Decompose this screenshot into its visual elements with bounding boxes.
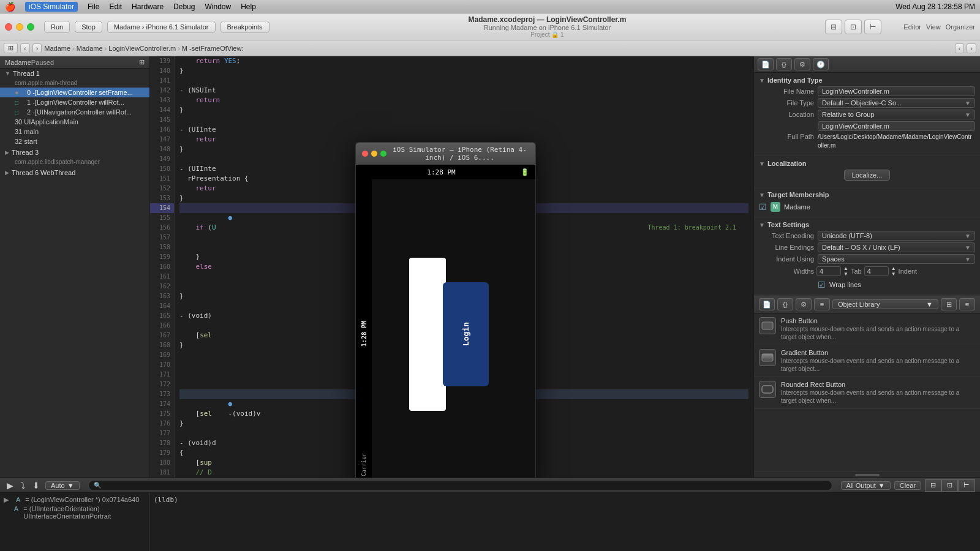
text-settings-toggle[interactable]: ▼ (759, 222, 765, 228)
menu-debug[interactable]: Debug (173, 2, 195, 11)
breakpoints-button[interactable]: Breakpoints (221, 21, 270, 33)
code-editor: 139 140 141 142 143 144 145 146 147 148 … (150, 56, 753, 478)
grid-icon[interactable]: ⊞ (4, 43, 18, 53)
sim-titlebar: iOS Simulator – iPhone (Retina 4-inch) /… (355, 142, 536, 165)
location-dropdown[interactable]: Relative to Group ▼ (818, 110, 975, 119)
identity-toggle[interactable]: ▼ (759, 77, 765, 84)
sim-carrier-label: Carrier (356, 453, 372, 476)
indent-using-arrow: ▼ (965, 256, 971, 263)
filter-icon[interactable]: ⊞ (139, 58, 145, 66)
maximize-button[interactable] (27, 23, 34, 31)
sim-minimize[interactable] (371, 151, 377, 157)
close-button[interactable] (5, 23, 12, 31)
frame-2[interactable]: □ 2 -[UINavigationController willRot... (0, 107, 149, 117)
debug-step-into[interactable]: ⬇ (31, 481, 42, 490)
login-button[interactable]: Login (443, 282, 489, 386)
line-endings-dropdown[interactable]: Default – OS X / Unix (LF) ▼ (818, 242, 975, 252)
thread-6-expand: ▶ (5, 170, 9, 176)
wrap-checkbox[interactable]: ☑ (818, 280, 826, 290)
main-thread-label: com.apple.main-thread (15, 80, 77, 86)
clear-button[interactable]: Clear (894, 481, 921, 490)
menu-edit[interactable]: Edit (109, 2, 122, 11)
debug-step-over[interactable]: ⤵ (19, 481, 27, 490)
frame-30[interactable]: 30 UIApplicationMain (0, 117, 149, 127)
nav-next-issue[interactable]: › (967, 43, 976, 53)
menu-help[interactable]: Help (241, 2, 256, 11)
localization-toggle[interactable]: ▼ (759, 160, 765, 167)
run-button[interactable]: Run (44, 21, 70, 33)
variables-panel: ▶ A = (LoginViewController *) 0x0714a640… (0, 493, 150, 551)
rounded-rect-button-info: Rounded Rect Button Intercepts mouse-dow… (781, 381, 975, 405)
nav-forward[interactable]: › (32, 43, 42, 53)
ln-153: 153 (150, 193, 174, 203)
var-expand-self[interactable]: ▶ (4, 496, 11, 504)
menu-ios-simulator[interactable]: iOS Simulator (25, 2, 78, 12)
menu-file[interactable]: File (88, 2, 99, 11)
grid-view-btn[interactable]: ⊞ (941, 298, 957, 310)
tab-width-input[interactable] (816, 266, 841, 276)
code-line-143: return (179, 96, 748, 105)
frame-com-apple-main-thread[interactable]: com.apple.main-thread (0, 78, 149, 88)
frame-label-2: 2 -[UINavigationController willRot... (27, 108, 132, 116)
menu-bar: 🍎 iOS Simulator File Edit Hardware Debug… (0, 0, 980, 13)
frame-32[interactable]: 32 start (0, 137, 149, 146)
clock: Wed Aug 28 1:28:58 PM (895, 2, 975, 11)
debug-toggle[interactable]: ⊡ (845, 20, 862, 34)
tab-down[interactable]: ▼ (843, 271, 848, 277)
code-icon[interactable]: {} (776, 58, 792, 70)
thread-3-item[interactable]: ▶ Thread 3 (0, 148, 149, 157)
console-view-btn[interactable]: ⊢ (958, 479, 975, 492)
frame-label-30: 30 UIApplicationMain (15, 118, 78, 126)
tab-steppers[interactable]: ▲ ▼ (843, 266, 848, 277)
file-type-dropdown[interactable]: Default – Objective-C So... ▼ (818, 98, 975, 108)
console-panel[interactable]: (lldb) (150, 493, 980, 551)
auto-dropdown[interactable]: Auto ▼ (45, 481, 80, 490)
all-output-dropdown[interactable]: All Output ▼ (841, 481, 891, 490)
list-view-btn[interactable]: ≡ (959, 298, 975, 310)
obj-list-icon[interactable]: ≡ (814, 298, 830, 310)
obj-file-icon[interactable]: 📄 (759, 298, 775, 310)
minimize-button[interactable] (16, 23, 23, 31)
obj-gear-icon[interactable]: ⚙ (796, 298, 812, 310)
thread-1-item[interactable]: ▼ Thread 1 (0, 69, 149, 78)
indent-down[interactable]: ▼ (891, 271, 896, 277)
thread-6-item[interactable]: ▶ Thread 6 WebThread (0, 168, 149, 178)
stop-button[interactable]: Stop (75, 21, 102, 33)
navigator-toggle[interactable]: ⊟ (825, 20, 842, 34)
menu-window[interactable]: Window (205, 2, 231, 11)
single-view-btn[interactable]: ⊟ (925, 479, 941, 492)
frame-1[interactable]: □ 1 -[LoginViewController willRot... (0, 97, 149, 107)
ln-146: 146 (150, 125, 174, 135)
filter-search-box[interactable]: 🔍 (88, 480, 832, 491)
indent-using-dropdown[interactable]: Spaces ▼ (818, 254, 975, 264)
nav-prev-issue[interactable]: ‹ (955, 43, 965, 53)
history-icon[interactable]: 🕐 (813, 58, 829, 70)
split-view-btn[interactable]: ⊡ (941, 479, 958, 492)
apple-menu[interactable]: 🍎 (5, 2, 15, 12)
menu-hardware[interactable]: Hardware (132, 2, 164, 11)
target-checkbox[interactable]: ☑ (759, 202, 767, 212)
indent-up[interactable]: ▲ (891, 266, 896, 271)
view-controls: ⊟ ⊡ ⊢ (825, 20, 881, 34)
nav-back[interactable]: ‹ (20, 43, 30, 53)
debug-play-btn[interactable]: ▶ (5, 481, 15, 490)
frame-31[interactable]: 31 main (0, 127, 149, 137)
gear-icon[interactable]: ⚙ (794, 58, 810, 70)
rounded-rect-button-header: Rounded Rect Button Intercepts mouse-dow… (759, 381, 975, 405)
object-library-select[interactable]: Object Library ▼ (832, 299, 938, 309)
localize-button[interactable]: Localize... (844, 170, 891, 181)
frame-label-1: 1 -[LoginViewController willRot... (27, 99, 124, 106)
sim-close[interactable] (362, 151, 368, 157)
scheme-selector[interactable]: Madame › iPhone 6.1 Simulator (107, 21, 216, 33)
indent-steppers[interactable]: ▲ ▼ (891, 266, 896, 277)
utilities-toggle[interactable]: ⊢ (864, 20, 881, 34)
sim-maximize[interactable] (380, 151, 386, 157)
tab-up[interactable]: ▲ (843, 266, 848, 271)
file-icon[interactable]: 📄 (758, 58, 774, 70)
encoding-dropdown[interactable]: Unicode (UTF-8) ▼ (818, 231, 975, 241)
frame-0[interactable]: ● 0 -[LoginViewController setFrame... (0, 88, 149, 97)
obj-code-icon[interactable]: {} (777, 298, 793, 310)
ln-150: 150 (150, 164, 174, 174)
target-toggle[interactable]: ▼ (759, 192, 765, 198)
indent-width-input[interactable] (864, 266, 889, 276)
